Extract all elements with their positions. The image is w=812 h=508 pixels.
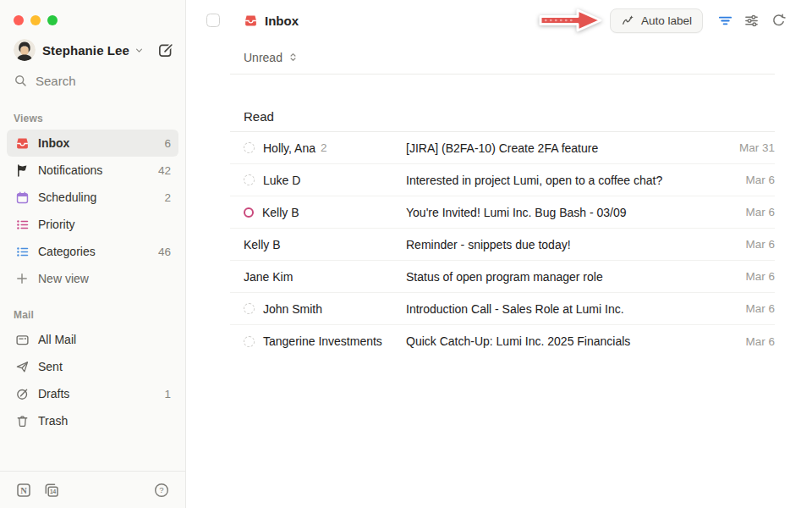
mail-subject: Introduction Call - Sales Role at Lumi I… [406, 302, 745, 316]
main-header: Inbox Auto label [186, 0, 812, 41]
sender-name: Kelly B [262, 206, 299, 219]
notifications-icon [14, 163, 30, 178]
search-icon [14, 74, 28, 88]
mail-nav: All Mail Sent Drafts [0, 326, 185, 434]
svg-text:14: 14 [50, 489, 57, 494]
thread-count: 2 [321, 141, 327, 154]
inbox-icon [14, 135, 30, 151]
sender-name: Holly, Ana [263, 141, 315, 155]
display-settings-icon[interactable] [743, 12, 760, 29]
sender-cell: Jane Kim [244, 270, 406, 284]
sidebar-item-trash[interactable]: Trash [7, 407, 178, 434]
sidebar-item-label: All Mail [38, 333, 76, 346]
sender-name: Jane Kim [244, 270, 293, 284]
views-nav: Inbox 6 Notifications 42 [0, 130, 185, 292]
profile-name: Stephanie Lee [42, 43, 129, 58]
search-label: Search [36, 74, 76, 88]
search-button[interactable]: Search [0, 66, 185, 96]
unread-filter-label: Unread [244, 51, 283, 64]
sidebar-item-sent[interactable]: Sent [7, 353, 178, 380]
sidebar-item-priority[interactable]: Priority [7, 211, 178, 238]
sidebar-item-inbox[interactable]: Inbox 6 [7, 130, 178, 157]
filter-icon[interactable] [716, 12, 733, 29]
mail-list-area: Unread Read Holly, Ana 2 [JIRA] (B2FA-1 [186, 41, 812, 357]
sidebar-item-label: Notifications [38, 163, 102, 177]
close-window-button[interactable] [14, 15, 24, 25]
inbox-icon [244, 14, 258, 28]
sidebar-item-drafts[interactable]: Drafts 1 [7, 380, 178, 407]
mail-row[interactable]: Tangerine Investments Quick Catch-Up: Lu… [230, 325, 775, 357]
sidebar-item-new-view[interactable]: New view [7, 265, 178, 292]
mail-date: Mar 6 [745, 238, 775, 251]
mail-row[interactable]: Jane Kim Status of open program manager … [230, 261, 775, 293]
unread-filter-toggle[interactable]: Unread [230, 41, 775, 75]
zoom-window-button[interactable] [47, 15, 58, 25]
compose-button[interactable] [157, 42, 173, 58]
sender-cell: Holly, Ana 2 [244, 141, 406, 155]
sender-cell: John Smith [244, 302, 406, 316]
calendar-app-icon[interactable]: 14 [43, 482, 60, 499]
view-title-group: Inbox [244, 14, 299, 28]
mail-row[interactable]: Kelly B You're Invited! Lumi Inc. Bug Ba… [230, 196, 775, 229]
avatar-placeholder-icon [244, 142, 255, 153]
mail-subject: Interested in project Lumi, open to a co… [406, 174, 745, 187]
mail-date: Mar 6 [745, 270, 775, 283]
sidebar-item-label: Scheduling [38, 190, 96, 204]
all-mail-icon [14, 332, 30, 347]
sender-name: Tangerine Investments [263, 334, 382, 348]
auto-label-button[interactable]: Auto label [610, 8, 703, 33]
sender-cell: Luke D [244, 174, 406, 187]
sender-name: Luke D [263, 174, 300, 187]
sidebar-item-label: Categories [38, 245, 96, 258]
sidebar-item-label: Inbox [38, 136, 69, 150]
help-icon[interactable]: ? [153, 482, 170, 499]
sidebar-item-label: Sent [38, 360, 63, 373]
avatar-placeholder-icon [244, 174, 255, 185]
calendar-icon [14, 190, 30, 205]
notion-app-icon[interactable]: N [15, 482, 32, 499]
refresh-icon[interactable] [770, 12, 787, 29]
read-section-header[interactable]: Read [230, 102, 775, 132]
sidebar-item-notifications[interactable]: Notifications 42 [7, 157, 178, 184]
sidebar-item-count: 1 [164, 388, 171, 400]
sidebar-item-label: Drafts [38, 387, 69, 400]
minimize-window-button[interactable] [30, 15, 41, 25]
chevron-down-icon [134, 45, 145, 56]
main-panel: Inbox Auto label [186, 0, 812, 508]
categories-list-icon [14, 244, 30, 259]
sidebar-item-label: New view [38, 272, 89, 285]
auto-label-sparkle-icon [621, 14, 635, 28]
mail-row[interactable]: Kelly B Reminder - snippets due today! M… [230, 229, 775, 261]
sidebar-item-count: 46 [158, 246, 171, 258]
sidebar-footer: N 14 ? [0, 471, 185, 508]
sidebar-item-count: 42 [158, 164, 171, 177]
profile-row[interactable]: Stephanie Lee [0, 32, 185, 66]
mail-row[interactable]: John Smith Introduction Call - Sales Rol… [230, 293, 775, 325]
avatar-placeholder-icon [244, 303, 255, 314]
sidebar-item-label: Trash [38, 414, 68, 428]
mail-subject: Status of open program manager role [406, 270, 745, 284]
sender-cell: Tangerine Investments [244, 334, 406, 348]
avatar-placeholder-icon [244, 336, 255, 347]
svg-text:N: N [20, 485, 27, 494]
views-section-label: Views [0, 96, 185, 130]
avatar-status-icon [244, 207, 254, 218]
sidebar-item-all-mail[interactable]: All Mail [7, 326, 178, 353]
mail-app-window: Stephanie Lee Search Views [0, 0, 812, 508]
auto-label-button-label: Auto label [641, 14, 692, 27]
mail-row[interactable]: Holly, Ana 2 [JIRA] (B2FA-10) Create 2FA… [230, 132, 775, 164]
sender-cell: Kelly B [244, 238, 406, 251]
sidebar-item-scheduling[interactable]: Scheduling 2 [7, 184, 178, 211]
select-all-checkbox[interactable] [206, 14, 220, 27]
mail-row[interactable]: Luke D Interested in project Lumi, open … [230, 164, 775, 196]
sender-name: Kelly B [244, 238, 281, 251]
send-icon [14, 359, 30, 374]
priority-list-icon [14, 217, 30, 232]
mail-subject: Quick Catch-Up: Lumi Inc. 2025 Financial… [406, 334, 745, 348]
mail-date: Mar 6 [745, 174, 775, 186]
annotation-arrow-icon [535, 4, 606, 36]
sidebar-item-categories[interactable]: Categories 46 [7, 238, 178, 265]
plus-icon [14, 271, 30, 286]
read-section-label: Read [244, 109, 274, 124]
sidebar-item-label: Priority [38, 218, 75, 231]
